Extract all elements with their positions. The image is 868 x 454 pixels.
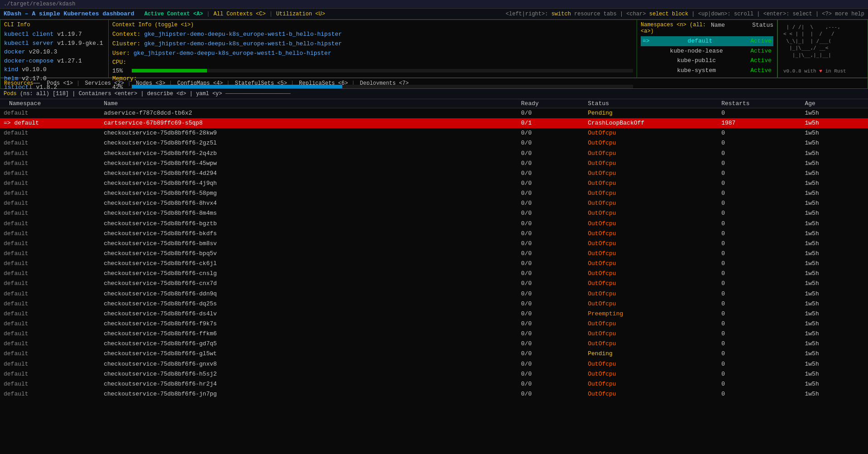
ctx-cluster-val: gke_jhipster-demo-deepu-k8s_europe-west1… [144,40,342,47]
table-row[interactable]: default checkoutservice-75db8bf6f6-cnx7d… [0,279,868,289]
cell-name: checkoutservice-75db8bf6f6-bpq5v [100,249,518,259]
cell-name: checkoutservice-75db8bf6f6-45wpw [100,159,518,169]
table-row[interactable]: default checkoutservice-75db8bf6f6-ffkm6… [0,329,868,339]
table-row[interactable]: default checkoutservice-75db8bf6f6-28kw9… [0,128,868,138]
col-header-ready: Ready [518,99,584,108]
table-row[interactable]: default checkoutservice-75db8bf6f6-gnxv8… [0,359,868,369]
cell-ns-text: default [4,300,29,307]
cli-row: helmv2.17.0 [4,74,105,83]
shortcuts: <left|right>: switch resource tabs | <ch… [506,11,864,17]
ns-row[interactable]: kube-systemActive [641,66,773,76]
table-row[interactable]: default adservice-f787c8dcd-tb6x2 0/0 Pe… [0,108,868,119]
cell-restarts: 0 [718,379,801,389]
table-row[interactable]: default checkoutservice-75db8bf6f6-bpq5v… [0,249,868,259]
cell-ready: 0/0 [518,169,584,179]
table-row[interactable]: default checkoutservice-75db8bf6f6-gl5wt… [0,349,868,359]
cell-status: CrashLoopBackOff [584,118,718,128]
ns-name: default [688,37,713,46]
cell-status: OutOfcpu [584,149,718,159]
cell-ready: 0/0 [518,389,584,399]
cell-ns-text: default [4,320,29,327]
table-row[interactable]: => default cartservice-67b89ffc69-s5qp8 … [0,118,868,128]
cli-key: helm [4,74,18,83]
cell-restarts: 0 [718,108,801,119]
cell-age: 1w5h [801,108,868,119]
mem-pct: 42% [112,84,128,91]
ns-name: kube-system [677,66,716,75]
cell-restarts: 0 [718,329,801,339]
cell-name: checkoutservice-75db8bf6f6-cnx7d [100,279,518,289]
table-row[interactable]: default checkoutservice-75db8bf6f6-f9k7s… [0,319,868,329]
cell-status: OutOfcpu [584,319,718,329]
cell-namespace: default [0,309,100,319]
cell-namespace: default [0,259,100,269]
table-row[interactable]: default checkoutservice-75db8bf6f6-ds4lv… [0,309,868,319]
cell-ready: 0/0 [518,329,584,339]
table-row[interactable]: default checkoutservice-75db8bf6f6-gd7q5… [0,339,868,349]
cell-name: checkoutservice-75db8bf6f6-2gz5l [100,138,518,148]
cell-name: checkoutservice-75db8bf6f6-28kw9 [100,128,518,138]
navbar: KDash – A simple Kubernetes dashboard Ac… [0,9,868,19]
table-row[interactable]: default checkoutservice-75db8bf6f6-cnslg… [0,269,868,279]
cell-restarts: 0 [718,249,801,259]
cell-name: checkoutservice-75db8bf6f6-4j9qh [100,179,518,188]
nav-all-contexts[interactable]: All Contexts <C> [213,11,265,17]
cell-age: 1w5h [801,179,868,188]
nav-utilization[interactable]: Utilization <U> [276,11,325,17]
table-row[interactable]: default checkoutservice-75db8bf6f6-hr2j4… [0,379,868,389]
cell-age: 1w5h [801,289,868,299]
table-row[interactable]: default checkoutservice-75db8bf6f6-8hvx4… [0,198,868,208]
logo-panel: | / /| \ ,---, < < | | | / / \_\|_| | /_… [777,19,868,78]
ns-row[interactable]: kube-publicActive [641,56,773,66]
cell-ready: 0/0 [518,359,584,369]
cell-ns-text: default [4,210,29,217]
cell-status: OutOfcpu [584,128,718,138]
cpu-progress-row: 15% [112,68,633,74]
cli-val: v1.19.7 [57,30,82,39]
table-row[interactable]: default checkoutservice-75db8bf6f6-jn7pg… [0,389,868,399]
table-row[interactable]: default checkoutservice-75db8bf6f6-dq25s… [0,299,868,309]
ns-row[interactable]: => defaultActive [641,36,773,46]
table-row[interactable]: default checkoutservice-75db8bf6f6-4d294… [0,169,868,179]
table-row[interactable]: default checkoutservice-75db8bf6f6-58pmg… [0,188,868,198]
logo-version: v0.0.8 with ♥ in Rust [782,67,864,76]
ns-row[interactable]: kube-node-leaseActive [641,46,773,56]
cell-name: checkoutservice-75db8bf6f6-bkdfs [100,229,518,239]
table-row[interactable]: default checkoutservice-75db8bf6f6-bgztb… [0,219,868,229]
cell-name: checkoutservice-75db8bf6f6-bm8sv [100,239,518,249]
table-row[interactable]: default checkoutservice-75db8bf6f6-ck6jl… [0,259,868,269]
cell-name: checkoutservice-75db8bf6f6-ck6jl [100,259,518,269]
table-row[interactable]: default checkoutservice-75db8bf6f6-45wpw… [0,159,868,169]
cell-ns-text: default [4,170,29,177]
cell-name: checkoutservice-75db8bf6f6-8hvx4 [100,198,518,208]
ns-arrow: => [643,37,650,46]
cli-key: kind [4,65,18,74]
app-title: KDash – A simple Kubernetes dashboard [4,10,134,17]
table-row[interactable]: default checkoutservice-75db8bf6f6-2q4zb… [0,149,868,159]
table-row[interactable]: default checkoutservice-75db8bf6f6-8m4ms… [0,208,868,218]
cell-ns-text: default [4,290,29,297]
cell-name: adservice-f787c8dcd-tb6x2 [100,108,518,119]
table-row[interactable]: default checkoutservice-75db8bf6f6-h5sj2… [0,369,868,379]
cell-name: checkoutservice-75db8bf6f6-4d294 [100,169,518,179]
table-row[interactable]: default checkoutservice-75db8bf6f6-bkdfs… [0,229,868,239]
cell-name: checkoutservice-75db8bf6f6-8m4ms [100,208,518,218]
col-header-namespace: Namespace [0,99,100,108]
cell-name: checkoutservice-75db8bf6f6-f9k7s [100,319,518,329]
table-row[interactable]: default checkoutservice-75db8bf6f6-bm8sv… [0,239,868,249]
cell-ns-text: default [4,130,29,136]
table-row[interactable]: default checkoutservice-75db8bf6f6-ddn9q… [0,289,868,299]
table-row[interactable]: default checkoutservice-75db8bf6f6-2gz5l… [0,138,868,148]
cell-namespace: default [0,299,100,309]
cell-status: OutOfcpu [584,219,718,229]
cell-status: OutOfcpu [584,329,718,339]
ctx-user-val: gke_jhipster-demo-deepu-k8s_europe-west1… [134,50,331,57]
cell-ready: 0/0 [518,299,584,309]
titlebar: ./target/release/kdash [0,0,868,9]
nav-active-context[interactable]: Active Context <A> [144,11,203,17]
cell-ns-text: default [4,110,29,116]
cell-ns-text: default [4,180,29,187]
cell-age: 1w5h [801,249,868,259]
table-row[interactable]: default checkoutservice-75db8bf6f6-4j9qh… [0,179,868,188]
context-panel-title: Context Info (toggle <i>) [112,22,633,28]
